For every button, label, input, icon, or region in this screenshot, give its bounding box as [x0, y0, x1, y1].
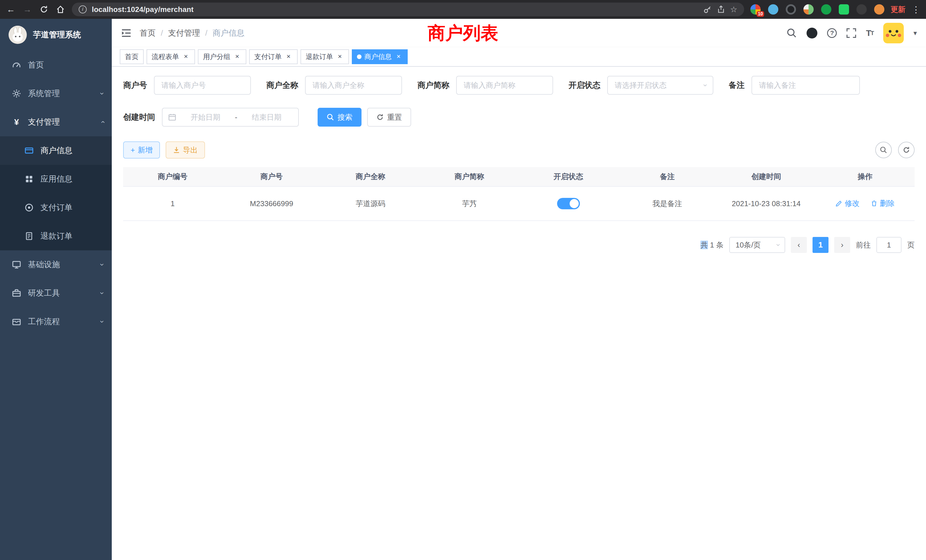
help-icon[interactable]: ?	[827, 28, 837, 38]
tab-merchant-info[interactable]: 商户信息 ×	[352, 49, 408, 64]
extension-icon[interactable]	[768, 4, 778, 15]
page-size-select[interactable]: 10条/页 ›	[729, 237, 785, 253]
cell-full-name: 芋道源码	[321, 186, 420, 221]
refresh-icon	[903, 146, 910, 154]
page-1-button[interactable]: 1	[813, 237, 829, 253]
status-select-placeholder: 请选择开启状态	[615, 80, 667, 90]
delete-button[interactable]: 删除	[871, 198, 895, 209]
remark-input[interactable]	[752, 76, 860, 95]
app-header: 首页 / 支付管理 / 商户信息 ? TT	[112, 19, 926, 47]
filter-row: 商户号 商户全称 商户简称 开启状态 请选择开启状态	[123, 76, 915, 95]
search-icon	[327, 114, 334, 121]
sidebar-item-merchant-info[interactable]: 商户信息	[0, 136, 112, 165]
sidebar-item-home[interactable]: 首页	[0, 51, 112, 79]
tags-bar: 首页 流程表单 × 用户分组 × 支付订单 × 退款订单 ×	[112, 47, 926, 67]
edit-button[interactable]: 修改	[836, 198, 859, 209]
browser-home-button[interactable]	[55, 5, 65, 14]
breadcrumb-item[interactable]: 支付管理	[168, 28, 200, 38]
app-title: 芋道管理系统	[33, 29, 81, 40]
add-button[interactable]: + 新增	[123, 141, 160, 159]
toggle-search-button[interactable]	[875, 142, 892, 158]
bookmark-star-icon[interactable]: ☆	[730, 5, 737, 14]
reset-button[interactable]: 重置	[367, 108, 411, 127]
refresh-table-button[interactable]	[898, 142, 915, 158]
date-range-picker[interactable]: 开始日期 - 结束日期	[162, 108, 299, 127]
tab-pay-order[interactable]: 支付订单 ×	[249, 49, 298, 64]
sidebar-item-workflow[interactable]: 工作流程 ›	[0, 307, 112, 336]
site-info-icon[interactable]: i	[79, 5, 87, 14]
search-button[interactable]: 搜索	[318, 108, 362, 127]
active-dot	[357, 54, 362, 59]
extension-icon[interactable]: 10	[750, 4, 761, 15]
browser-menu-icon[interactable]: ⋮	[912, 5, 920, 15]
sidebar-collapse-icon[interactable]	[121, 28, 132, 38]
monitor-icon	[11, 260, 22, 269]
tab-process-form[interactable]: 流程表单 ×	[147, 49, 195, 64]
url-bar[interactable]: i localhost:1024/pay/merchant ☆	[72, 3, 744, 16]
browser-forward-button[interactable]: →	[22, 5, 32, 14]
tab-label: 首页	[125, 52, 139, 61]
next-page-button[interactable]: ›	[834, 237, 850, 253]
sidebar-item-label: 退款订单	[41, 231, 73, 242]
browser-reload-button[interactable]	[39, 5, 49, 14]
breadcrumb: 首页 / 支付管理 / 商户信息	[140, 28, 245, 38]
extension-icon[interactable]	[803, 4, 814, 15]
sidebar-item-label: 研发工具	[28, 288, 60, 298]
sidebar-item-app-info[interactable]: 应用信息	[0, 165, 112, 193]
close-icon[interactable]: ×	[182, 53, 190, 61]
sidebar-item-label: 支付管理	[28, 117, 60, 127]
trash-icon	[871, 200, 878, 207]
short-name-input[interactable]	[456, 76, 553, 95]
sidebar-item-label: 商户信息	[41, 145, 73, 156]
payment-submenu: 商户信息 应用信息 支付订单 退款订单	[0, 136, 112, 250]
tab-refund-order[interactable]: 退款订单 ×	[301, 49, 349, 64]
extension-icon[interactable]	[821, 4, 831, 15]
extension-icon[interactable]	[856, 4, 867, 15]
table-tools	[875, 142, 915, 158]
export-button[interactable]: 导出	[166, 141, 205, 159]
extension-icon[interactable]	[839, 4, 849, 15]
extension-badge: 10	[757, 11, 764, 17]
close-icon[interactable]: ×	[395, 53, 402, 61]
sidebar-item-system[interactable]: 系统管理 ›	[0, 79, 112, 108]
app-logo[interactable]: 芋道管理系统	[0, 19, 112, 51]
merchant-table: 商户编号 商户号 商户全称 商户简称 开启状态 备注 创建时间 操作 1	[123, 167, 915, 221]
fullscreen-icon[interactable]	[846, 28, 856, 38]
close-icon[interactable]: ×	[233, 53, 241, 61]
full-name-input[interactable]	[305, 76, 402, 95]
extension-icon[interactable]	[786, 4, 796, 15]
user-avatar[interactable]	[883, 23, 904, 43]
search-icon[interactable]	[787, 28, 797, 38]
github-icon[interactable]	[806, 28, 817, 38]
share-icon[interactable]	[717, 5, 725, 14]
sidebar-item-pay-order[interactable]: 支付订单	[0, 193, 112, 222]
browser-update-button[interactable]: 更新	[891, 5, 905, 15]
prev-page-button[interactable]: ‹	[791, 237, 807, 253]
close-icon[interactable]: ×	[284, 53, 292, 61]
sidebar-item-infrastructure[interactable]: 基础设施 ›	[0, 250, 112, 279]
add-button-label: 新增	[138, 145, 153, 155]
browser-toolbar: ← → i localhost:1024/pay/merchant ☆ 10	[0, 0, 926, 19]
tab-label: 支付订单	[254, 52, 282, 61]
end-date-placeholder: 结束日期	[241, 112, 292, 122]
tab-home[interactable]: 首页	[120, 49, 144, 64]
password-key-icon[interactable]	[704, 5, 712, 14]
font-size-icon[interactable]: TT	[866, 28, 873, 38]
breadcrumb-item[interactable]: 首页	[140, 28, 156, 38]
goto-page-input[interactable]	[876, 237, 902, 253]
browser-back-button[interactable]: ←	[6, 5, 16, 14]
sidebar-item-dev-tools[interactable]: 研发工具 ›	[0, 279, 112, 307]
tab-user-group[interactable]: 用户分组 ×	[198, 49, 246, 64]
sidebar-item-refund-order[interactable]: 退款订单	[0, 222, 112, 250]
merchant-no-input[interactable]	[154, 76, 251, 95]
goto-suffix: 页	[907, 240, 915, 250]
cell-short-name: 芋艿	[420, 186, 519, 221]
extension-icon[interactable]	[874, 4, 884, 15]
status-toggle[interactable]	[557, 198, 580, 209]
breadcrumb-separator: /	[205, 29, 207, 38]
avatar-caret-icon[interactable]: ▾	[914, 29, 917, 37]
close-icon[interactable]: ×	[336, 53, 344, 61]
sidebar-item-payment[interactable]: ¥ 支付管理 ›	[0, 108, 112, 136]
status-select[interactable]: 请选择开启状态 ›	[607, 76, 713, 95]
full-name-label: 商户全称	[266, 80, 298, 91]
